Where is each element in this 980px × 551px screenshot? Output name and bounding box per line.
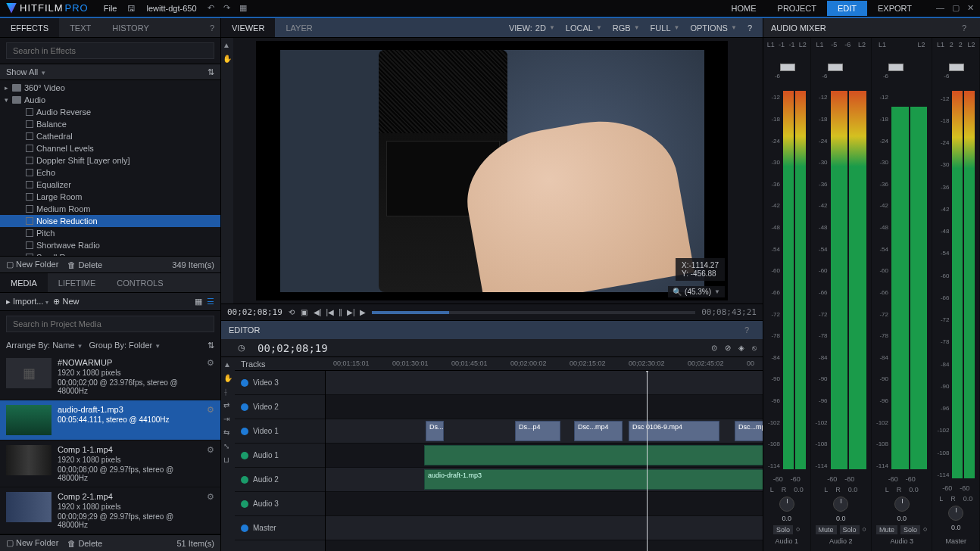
track-lane[interactable]: audio-draft-1.mp3 (326, 468, 763, 492)
select-tool-icon[interactable]: ▲ (223, 41, 232, 50)
sort-icon[interactable]: ⇅ (208, 67, 214, 77)
delete-button[interactable]: 🗑 Delete (67, 260, 102, 269)
media-item[interactable]: Comp 1-1.mp41920 x 1080 pixels00;00;08;0… (0, 440, 220, 487)
track-visibility-icon[interactable] (241, 379, 248, 387)
track-visibility-icon[interactable] (241, 428, 248, 435)
effect-item[interactable]: Shortwave Radio (0, 239, 220, 251)
audio-clip[interactable]: audio-draft-1.mp3 (424, 469, 763, 490)
track-lane[interactable] (326, 492, 763, 516)
viewer-help-icon[interactable]: ? (743, 22, 757, 34)
pan-knob[interactable] (779, 497, 794, 512)
undo-icon[interactable]: ↶ (208, 3, 214, 13)
mute-button[interactable]: Mute (876, 525, 897, 534)
nav-home[interactable]: HOME (721, 1, 767, 16)
clock-icon[interactable]: ◷ (238, 343, 245, 353)
save-icon[interactable]: 🖫 (127, 4, 136, 13)
tree-folder[interactable]: ▾Audio (0, 94, 220, 106)
skip-fwd-icon[interactable]: ▶| (347, 308, 355, 316)
track-lane[interactable]: Ds...p4Ds...p4Dsc...mp4Dsc 0106-9.mp4Dsc… (326, 419, 763, 444)
video-clip[interactable]: Dsc 0106-9.mp4 (629, 421, 719, 441)
track-lane[interactable] (326, 444, 763, 468)
track-header[interactable]: Audio 3 (235, 492, 325, 516)
delete-button[interactable]: 🗑 Delete (67, 539, 102, 548)
playhead[interactable] (647, 371, 648, 551)
tl-slip-icon[interactable]: ⇄ (223, 401, 233, 410)
tab-viewer[interactable]: VIEWER (221, 18, 275, 37)
effect-item[interactable]: Balance (0, 118, 220, 130)
zoom-dropdown[interactable]: 🔍 (45.3%) ▼ (668, 286, 725, 297)
tl-roll-icon[interactable]: ⇆ (223, 428, 233, 437)
track-lane[interactable] (326, 516, 763, 540)
media-list[interactable]: ▦ #NOWARMUP1920 x 1080 pixels00;00;02;00… (0, 353, 220, 534)
marker-icon[interactable]: ◈ (738, 344, 744, 352)
out-icon[interactable]: ▣ (301, 308, 307, 316)
track-header[interactable]: Audio 2 (235, 468, 325, 492)
pan-knob[interactable] (948, 506, 963, 521)
new-button[interactable]: ⊕ New (53, 297, 79, 307)
audio-clip[interactable] (424, 445, 763, 465)
show-all-dropdown[interactable]: Show All ▼ (6, 67, 46, 76)
new-folder-button[interactable]: ▢ New Folder (6, 260, 58, 269)
video-clip[interactable]: Ds...p4 (515, 421, 560, 441)
skip-back-icon[interactable]: |◀ (326, 308, 334, 316)
maximize-icon[interactable]: ▢ (952, 3, 960, 13)
close-icon[interactable]: ✕ (967, 3, 974, 13)
export-icon[interactable]: ⎋ (752, 344, 757, 352)
fader-knob[interactable] (828, 64, 843, 71)
timeline-ruler[interactable]: Tracks 00;01:15:0100;01:30:0100;01:45:01… (235, 357, 763, 371)
track-lane[interactable] (326, 395, 763, 419)
mixer-help-icon[interactable]: ? (962, 23, 966, 33)
effect-item[interactable]: Medium Room (0, 203, 220, 215)
track-lanes[interactable]: Ds...p4Ds...p4Dsc...mp4Dsc 0106-9.mp4Dsc… (326, 371, 763, 551)
tree-folder[interactable]: ▸360° Video (0, 82, 220, 94)
effect-item[interactable]: Large Room (0, 191, 220, 203)
timecode-display[interactable]: 00;02;08;19 (227, 307, 282, 317)
channel-dropdown[interactable]: RGB ▼ (608, 22, 644, 34)
effect-item[interactable]: Audio Reverse (0, 106, 220, 118)
media-search-input[interactable] (6, 316, 214, 332)
grid-icon[interactable]: ▦ (239, 3, 247, 13)
tl-slice-icon[interactable]: ⟊ (223, 388, 233, 397)
video-clip[interactable]: Dsc...mp4 (574, 421, 623, 441)
media-item[interactable]: Comp 2-1.mp41920 x 1080 pixels00;00;09;2… (0, 487, 220, 534)
fader-knob[interactable] (949, 64, 964, 71)
track-visibility-icon[interactable] (241, 476, 248, 484)
media-item[interactable]: ▦ #NOWARMUP1920 x 1080 pixels00;00;02;00… (0, 353, 220, 400)
tab-layer[interactable]: LAYER (275, 18, 323, 37)
snap-icon[interactable]: ⊙ (711, 344, 717, 352)
fader-knob[interactable] (780, 64, 795, 71)
effect-item[interactable]: Noise Reduction (0, 215, 220, 227)
effect-item[interactable]: Cathedral (0, 130, 220, 142)
track-visibility-icon[interactable] (241, 403, 248, 411)
effect-item[interactable]: Equalizer (0, 179, 220, 191)
import-button[interactable]: ▸ Import... ▾ (6, 297, 48, 307)
view-list-icon[interactable]: ☰ (207, 297, 214, 307)
sort-icon[interactable]: ⇅ (208, 341, 214, 350)
tab-history[interactable]: HISTORY (101, 18, 160, 37)
tab-lifetime[interactable]: LIFETIME (48, 273, 107, 292)
effects-tree[interactable]: ▸360° Video▾AudioAudio ReverseBalanceCat… (0, 80, 220, 256)
nav-edit[interactable]: EDIT (827, 1, 867, 16)
tl-ripple-icon[interactable]: ⇥ (223, 415, 233, 424)
track-header[interactable]: Video 3 (235, 371, 325, 395)
fader-knob[interactable] (888, 64, 904, 71)
video-clip[interactable]: Dsc...mp4 (735, 421, 763, 441)
media-item[interactable]: audio-draft-1.mp300:05:44.111, stereo @ … (0, 400, 220, 440)
track-visibility-icon[interactable] (241, 525, 248, 532)
track-header[interactable]: Master (235, 516, 325, 540)
effects-search-input[interactable] (6, 42, 214, 59)
redo-icon[interactable]: ↷ (223, 3, 230, 13)
quality-dropdown[interactable]: FULL ▼ (646, 22, 685, 34)
tl-snap-icon[interactable]: ⊔ (223, 456, 233, 465)
arrange-by-dropdown[interactable]: Arrange By: Name ▼ (6, 341, 83, 350)
effect-item[interactable]: Pitch (0, 227, 220, 239)
editor-help-icon[interactable]: ? (744, 325, 749, 335)
new-folder-button[interactable]: ▢ New Folder (6, 538, 58, 548)
menu-file[interactable]: File (104, 4, 117, 13)
effect-item[interactable]: Echo (0, 167, 220, 179)
tab-text[interactable]: TEXT (59, 18, 101, 37)
solo-button[interactable]: Solo (840, 525, 860, 534)
tl-select-icon[interactable]: ▲ (223, 360, 233, 369)
gear-icon[interactable]: ⚙ (207, 405, 214, 435)
loop-icon[interactable]: ⟲ (289, 308, 295, 316)
